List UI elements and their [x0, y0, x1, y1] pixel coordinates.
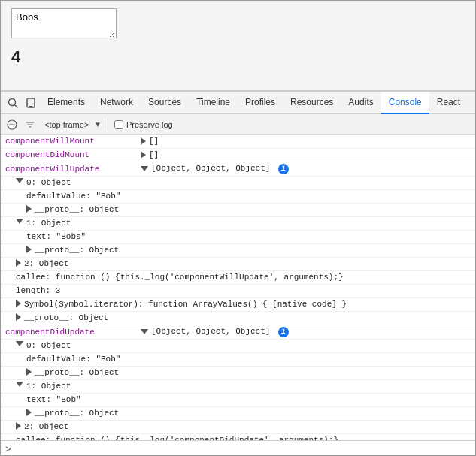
collapse-icon[interactable] — [16, 382, 23, 387]
preserve-log-label[interactable]: Preserve log — [114, 120, 173, 129]
expand-icon[interactable] — [26, 246, 32, 253]
expand-icon[interactable] — [26, 409, 32, 416]
clear-icon[interactable] — [5, 118, 19, 131]
log-value: 1: Object — [26, 382, 71, 391]
log-value: [Object, Object, Object] i — [141, 327, 471, 337]
log-value: __proto__: Object — [35, 246, 119, 255]
log-value: 2: Object — [24, 422, 68, 431]
log-value: [] — [141, 150, 471, 159]
log-line: text: "Bobs" — [1, 231, 475, 244]
log-line: __proto__: Object — [1, 367, 475, 380]
toolbar-row: <top frame> ▼ Preserve log — [1, 114, 475, 135]
log-line: 2: Object — [1, 258, 475, 271]
log-line: componentWillMount [] — [1, 135, 475, 149]
log-value: defaultValue: "Bob" — [26, 192, 120, 201]
collapse-icon[interactable] — [16, 341, 23, 346]
console-output: componentWillMount [] componentDidMount … — [1, 135, 475, 440]
log-key: componentDidUpdate — [5, 328, 141, 337]
tab-react[interactable]: React — [429, 92, 468, 114]
log-line: __proto__: Object — [1, 204, 475, 217]
tab-sources[interactable]: Sources — [141, 92, 189, 114]
log-value: Symbol(Symbol.iterator): function ArrayV… — [24, 300, 347, 309]
log-value: text: "Bob" — [26, 395, 81, 404]
log-line: 1: Object — [1, 380, 475, 394]
log-line: componentDidMount [] — [1, 149, 475, 162]
expand-icon[interactable] — [141, 137, 146, 145]
frame-select[interactable]: <top frame> — [41, 119, 92, 131]
console-input-bar: > — [1, 440, 475, 456]
filter-icon[interactable] — [23, 118, 37, 131]
tab-console[interactable]: Console — [381, 92, 429, 114]
log-value: callee: function () {this._log('componen… — [16, 273, 344, 282]
info-icon[interactable]: i — [278, 164, 289, 174]
log-value: 0: Object — [26, 178, 71, 187]
preserve-log-checkbox[interactable] — [114, 120, 123, 129]
select-arrow-icon: ▼ — [94, 120, 102, 128]
log-line: defaultValue: "Bob" — [1, 190, 475, 204]
log-value: [Object, Object, Object] i — [141, 164, 471, 174]
toolbar-divider — [108, 118, 108, 131]
frame-selector[interactable]: <top frame> ▼ — [41, 119, 102, 131]
log-value: defaultValue: "Bob" — [26, 355, 120, 364]
info-icon[interactable]: i — [278, 327, 289, 337]
expand-icon[interactable] — [26, 368, 32, 376]
log-value: __proto__: Object — [35, 368, 119, 377]
preserve-log-text: Preserve log — [126, 120, 173, 129]
tab-network[interactable]: Network — [92, 92, 141, 114]
input-textarea[interactable]: Bobs — [11, 8, 117, 38]
expand-icon[interactable] — [26, 205, 32, 213]
log-line: componentDidUpdate [Object, Object, Obje… — [1, 325, 475, 340]
expand-icon[interactable] — [16, 259, 21, 267]
log-line: callee: function () {this._log('componen… — [1, 434, 475, 440]
log-value: length: 3 — [16, 286, 60, 295]
log-line: 0: Object — [1, 340, 475, 353]
collapse-icon[interactable] — [16, 219, 23, 224]
log-value: __proto__: Object — [35, 205, 119, 214]
log-value: __proto__: Object — [24, 313, 108, 322]
log-line: 2: Object — [1, 421, 475, 434]
log-line: __proto__: Object — [1, 407, 475, 421]
log-key: componentWillMount — [5, 137, 141, 146]
log-key: componentWillUpdate — [5, 165, 141, 174]
tab-profiles[interactable]: Profiles — [238, 92, 283, 114]
collapse-icon[interactable] — [141, 166, 148, 171]
log-line: length: 3 — [1, 285, 475, 298]
log-line: text: "Bob" — [1, 394, 475, 407]
log-line: __proto__: Object — [1, 312, 475, 325]
log-value: __proto__: Object — [35, 409, 119, 418]
log-line: componentWillUpdate [Object, Object, Obj… — [1, 162, 475, 177]
log-line: 1: Object — [1, 217, 475, 231]
log-line: defaultValue: "Bob" — [1, 353, 475, 367]
expand-icon[interactable] — [16, 313, 21, 321]
log-line: __proto__: Object — [1, 244, 475, 258]
tab-resources[interactable]: Resources — [283, 92, 341, 114]
console-input[interactable] — [16, 444, 471, 454]
log-line: 0: Object — [1, 177, 475, 190]
top-area: Bobs 4 — [1, 1, 475, 91]
device-icon[interactable] — [22, 94, 40, 112]
tab-audits[interactable]: Audits — [341, 92, 380, 114]
log-line: callee: function () {this._log('componen… — [1, 271, 475, 285]
tab-elements[interactable]: Elements — [40, 92, 92, 114]
devtools-panel: Elements Network Sources Timeline Profil… — [1, 91, 475, 456]
expand-icon[interactable] — [141, 151, 146, 159]
log-value: 0: Object — [26, 341, 71, 350]
expand-icon[interactable] — [16, 300, 21, 307]
console-prompt: > — [5, 443, 11, 454]
expand-icon[interactable] — [16, 422, 21, 430]
top-number: 4 — [11, 47, 465, 67]
log-value: [] — [141, 137, 471, 146]
tab-bar: Elements Network Sources Timeline Profil… — [1, 92, 475, 114]
log-value: 2: Object — [24, 259, 68, 268]
log-line: Symbol(Symbol.iterator): function ArrayV… — [1, 298, 475, 312]
log-value: 1: Object — [26, 219, 71, 228]
svg-line-1 — [15, 104, 18, 107]
search-icon[interactable] — [4, 94, 22, 112]
tab-timeline[interactable]: Timeline — [189, 92, 238, 114]
collapse-icon[interactable] — [141, 329, 148, 334]
collapse-icon[interactable] — [16, 178, 23, 183]
log-value: text: "Bobs" — [26, 232, 86, 241]
log-key: componentDidMount — [5, 150, 141, 159]
